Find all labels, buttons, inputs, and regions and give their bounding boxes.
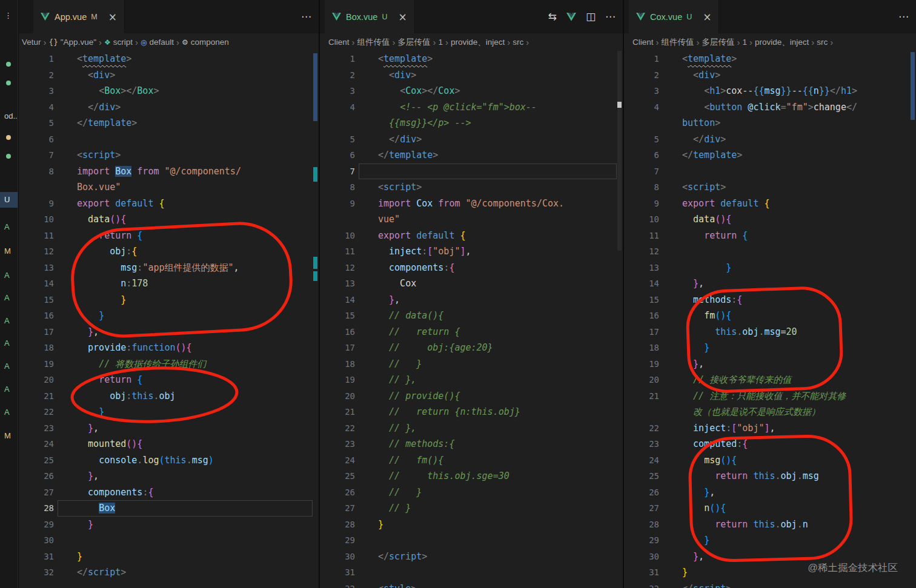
line-number[interactable]: 1: [19, 51, 54, 67]
code-line[interactable]: 12 obj:{: [19, 243, 319, 260]
line-number[interactable]: 13: [320, 276, 355, 292]
code-line[interactable]: 20 // 接收爷爷辈传来的值: [624, 372, 916, 388]
breadcrumb-item[interactable]: provide、inject: [755, 37, 809, 48]
code-line[interactable]: 29 }: [624, 532, 916, 549]
line-number[interactable]: [320, 115, 355, 131]
line-number[interactable]: 26: [624, 484, 659, 501]
code-line[interactable]: 8<script>: [624, 179, 916, 196]
code-line[interactable]: 23 // methods:{: [320, 436, 623, 452]
line-number[interactable]: 8: [624, 179, 659, 196]
tab-app-vue[interactable]: App.vue M ×: [33, 0, 125, 33]
overview-ruler[interactable]: [910, 51, 915, 588]
line-number[interactable]: 26: [19, 468, 54, 484]
line-number[interactable]: 27: [19, 484, 54, 501]
line-number[interactable]: 23: [624, 436, 659, 452]
line-number[interactable]: 11: [624, 228, 659, 244]
line-number[interactable]: 11: [320, 243, 355, 260]
overview-ruler[interactable]: [313, 51, 318, 588]
line-number[interactable]: 3: [19, 83, 54, 99]
line-number[interactable]: 27: [624, 500, 659, 517]
line-number[interactable]: 16: [624, 308, 659, 324]
line-number[interactable]: 8: [19, 164, 54, 180]
code-line[interactable]: 6</template>: [320, 147, 623, 164]
git-status-letter[interactable]: A: [4, 358, 10, 374]
code-line[interactable]: vue": [320, 211, 623, 228]
git-status-letter[interactable]: A: [4, 268, 10, 283]
line-number[interactable]: 4: [320, 99, 355, 116]
code-line[interactable]: 改（也就是说不是响应式数据）: [624, 404, 916, 420]
code-line[interactable]: 28 Box: [19, 500, 319, 517]
line-number[interactable]: [624, 404, 659, 420]
code-line[interactable]: Box.vue": [19, 179, 319, 196]
more-icon[interactable]: ⋯: [605, 12, 616, 22]
line-number[interactable]: 29: [19, 517, 54, 533]
line-number[interactable]: 14: [19, 276, 54, 292]
line-number[interactable]: 12: [19, 243, 54, 260]
code-line[interactable]: 25 // this.obj.sge=30: [320, 468, 623, 484]
code-line[interactable]: 20 return {: [19, 372, 319, 388]
line-number[interactable]: 17: [320, 340, 355, 356]
line-number[interactable]: 5: [320, 131, 355, 148]
code-line[interactable]: 3 <Cox></Cox>: [320, 83, 623, 99]
line-number[interactable]: 12: [320, 260, 355, 276]
line-number[interactable]: 6: [19, 131, 54, 148]
line-number[interactable]: [19, 179, 54, 196]
line-number[interactable]: 2: [19, 67, 54, 84]
tab-cox-vue[interactable]: Cox.vue U ×: [629, 0, 719, 33]
line-number[interactable]: 18: [624, 340, 659, 356]
code-line[interactable]: 7<script>: [19, 147, 319, 164]
code-line[interactable]: 15 }: [19, 292, 319, 308]
code-line[interactable]: 11 return {: [19, 228, 319, 244]
code-line[interactable]: button>: [624, 115, 916, 131]
line-number[interactable]: 12: [624, 243, 659, 260]
line-number[interactable]: 10: [624, 211, 659, 228]
line-number[interactable]: 19: [320, 372, 355, 388]
code-line[interactable]: 11 inject:["obj"],: [320, 243, 623, 260]
line-number[interactable]: 6: [624, 147, 659, 164]
line-number[interactable]: 25: [19, 452, 54, 469]
code-line[interactable]: 4 </div>: [19, 99, 319, 116]
code-line[interactable]: 15 methods:{: [624, 292, 916, 308]
line-number[interactable]: 15: [624, 292, 659, 308]
compare-icon[interactable]: ⇆: [548, 12, 557, 22]
code-line[interactable]: 26 // }: [320, 484, 623, 501]
code-line[interactable]: 1<template>: [19, 51, 319, 67]
line-number[interactable]: 13: [19, 260, 54, 276]
line-number[interactable]: 32: [624, 581, 659, 588]
code-line[interactable]: 8<script>: [320, 179, 623, 196]
code-line[interactable]: 30</script>: [320, 549, 623, 565]
line-number[interactable]: 24: [624, 452, 659, 469]
line-number[interactable]: 27: [320, 500, 355, 517]
line-number[interactable]: 17: [19, 324, 54, 340]
line-number[interactable]: 19: [624, 356, 659, 372]
code-line[interactable]: 5</template>: [19, 115, 319, 131]
overview-ruler[interactable]: [617, 51, 622, 588]
line-number[interactable]: 20: [320, 388, 355, 405]
line-number[interactable]: 16: [19, 308, 54, 324]
line-number[interactable]: 31: [19, 549, 54, 565]
code-line[interactable]: 12 components:{: [320, 260, 623, 276]
breadcrumb-item[interactable]: 多层传值: [702, 37, 735, 48]
code-line[interactable]: 9import Cox from "@/components/Cox.: [320, 196, 623, 212]
git-status-letter[interactable]: M: [4, 243, 11, 259]
line-number[interactable]: 9: [624, 196, 659, 212]
line-number[interactable]: 8: [320, 179, 355, 196]
code-line[interactable]: 16 fm(){: [624, 308, 916, 324]
line-number[interactable]: 31: [320, 564, 355, 581]
line-number[interactable]: 15: [19, 292, 54, 308]
code-line[interactable]: 3 <h1>cox--{{msg}}--{{n}}</h1>: [624, 83, 916, 99]
line-number[interactable]: 10: [320, 228, 355, 244]
code-line[interactable]: 15 // data(){: [320, 308, 623, 324]
breadcrumb-item[interactable]: ❖script: [104, 38, 133, 47]
line-number[interactable]: 31: [624, 564, 659, 581]
breadcrumb-item[interactable]: ◎default: [141, 38, 174, 47]
line-number[interactable]: 23: [19, 420, 54, 437]
code-line[interactable]: 13 msg:"app组件提供的数据",: [19, 260, 319, 276]
code-line[interactable]: 1<template>: [624, 51, 916, 67]
code-line[interactable]: 14 n:178: [19, 276, 319, 292]
code-line[interactable]: 2 <div>: [624, 67, 916, 84]
git-status-letter[interactable]: A: [4, 335, 10, 351]
breadcrumb-item[interactable]: ⚙componen: [182, 38, 229, 47]
code-line[interactable]: 29 }: [19, 517, 319, 533]
line-number[interactable]: 2: [320, 67, 355, 84]
